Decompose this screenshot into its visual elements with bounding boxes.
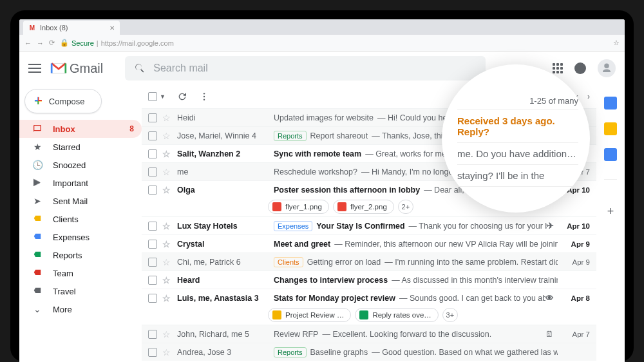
- calendar-addon-icon[interactable]: [604, 97, 617, 110]
- mail-sender: Andrea, Jose 3: [177, 348, 274, 357]
- star-icon[interactable]: ☆: [162, 293, 171, 303]
- mail-subject: Reschedule workshop?: [274, 167, 357, 176]
- reload-icon[interactable]: ⟳: [49, 39, 55, 47]
- notifications-icon[interactable]: [574, 62, 586, 74]
- star-icon[interactable]: ☆: [162, 221, 171, 231]
- tag-icon: [32, 214, 43, 224]
- star-icon[interactable]: ☆: [162, 149, 171, 159]
- star-icon[interactable]: ☆: [162, 167, 171, 177]
- sidebar-item-label: Starred: [53, 142, 80, 152]
- row-checkbox[interactable]: [148, 330, 157, 339]
- row-checkbox[interactable]: [148, 222, 157, 231]
- mail-row[interactable]: ☆Lux Stay HotelsExpenses Your Stay Is Co…: [142, 216, 596, 234]
- magnifier-line-3: staying? I'll be in the: [457, 164, 578, 187]
- sidebar-item-label: More: [53, 305, 72, 314]
- row-checkbox[interactable]: [148, 258, 157, 267]
- star-icon[interactable]: ☆: [162, 239, 171, 249]
- apps-icon[interactable]: [553, 63, 563, 73]
- clock-icon: 🕒: [32, 160, 43, 170]
- mail-row[interactable]: ☆Andrea, Jose 3Reports Baseline graphs —…: [142, 343, 596, 361]
- star-icon[interactable]: ☆: [162, 131, 171, 141]
- row-checkbox[interactable]: [148, 167, 157, 176]
- sidebar-item-reports[interactable]: Reports: [19, 246, 142, 264]
- sidebar-item-clients[interactable]: Clients: [19, 210, 142, 228]
- gmail-logo[interactable]: Gmail: [50, 61, 103, 76]
- select-all-checkbox[interactable]: ▼: [148, 92, 166, 101]
- menu-icon[interactable]: [28, 64, 41, 73]
- mail-subject: Meet and greet: [274, 240, 330, 249]
- star-icon[interactable]: ☆: [162, 347, 171, 357]
- attachment-chip[interactable]: Project Review …: [268, 308, 351, 322]
- star-icon[interactable]: ☆: [162, 257, 171, 267]
- mail-date: Apr 10: [558, 222, 590, 230]
- sidebar-item-label: Reports: [53, 251, 82, 260]
- search-input[interactable]: Search mail: [125, 56, 486, 81]
- file-icon: [359, 310, 368, 319]
- file-icon: [337, 202, 346, 211]
- account-avatar[interactable]: [598, 59, 616, 77]
- more-icon[interactable]: [199, 91, 209, 102]
- row-checkbox[interactable]: [148, 131, 157, 140]
- star-icon[interactable]: ☆: [162, 113, 171, 123]
- attachment-chip[interactable]: flyer_1.png: [268, 200, 329, 214]
- sidebar-item-important[interactable]: ⯈Important: [19, 174, 142, 192]
- bookmark-star-icon[interactable]: ☆: [613, 39, 620, 47]
- cal-icon: 🗓: [545, 330, 554, 339]
- star-icon[interactable]: ☆: [162, 329, 171, 339]
- sidebar-item-more[interactable]: ⌄More: [19, 300, 142, 318]
- sidebar-item-snoozed[interactable]: 🕒Snoozed: [19, 156, 142, 174]
- search-icon: [134, 62, 146, 74]
- sidebar-item-label: Important: [53, 178, 88, 188]
- attachment-more[interactable]: 3+: [442, 308, 458, 322]
- mail-row[interactable]: ☆Luis, me, Anastasia 3Stats for Monday p…: [142, 289, 596, 307]
- row-checkbox[interactable]: [148, 276, 157, 285]
- pager-next-icon[interactable]: ›: [587, 92, 590, 101]
- keep-addon-icon[interactable]: [604, 122, 617, 135]
- more-icon: ⌄: [32, 304, 43, 314]
- attachment-more[interactable]: 2+: [398, 200, 413, 214]
- close-tab-icon[interactable]: ✕: [109, 24, 115, 32]
- row-checkbox[interactable]: [148, 149, 157, 158]
- row-checkbox[interactable]: [148, 186, 157, 195]
- mail-sender: John, Richard, me 5: [177, 330, 274, 339]
- mail-sender: Luis, me, Anastasia 3: [177, 294, 274, 303]
- sidebar-item-travel[interactable]: Travel: [19, 282, 142, 300]
- magnifier-pager: 1-25 of many: [457, 91, 578, 110]
- row-checkbox[interactable]: [148, 113, 157, 122]
- add-addon-icon[interactable]: +: [607, 205, 614, 218]
- mail-row[interactable]: ☆HeardChanges to interview process — As …: [142, 271, 596, 289]
- mail-label: Reports: [274, 131, 307, 141]
- mail-row[interactable]: ☆John, Richard, me 5Review RFP — Excelle…: [142, 325, 596, 343]
- row-checkbox[interactable]: [148, 294, 157, 303]
- url-field[interactable]: 🔒 Secure | https://mail.google.com: [60, 39, 174, 47]
- mail-sender: Olga: [177, 186, 274, 195]
- browser-addressbar: ← → ⟳ 🔒 Secure | https://mail.google.com…: [19, 35, 625, 52]
- sidebar-item-expenses[interactable]: Expenses: [19, 228, 142, 246]
- mail-snippet: — Sounds good. I can get back to you abo…: [399, 294, 545, 303]
- compose-button[interactable]: + Compose: [24, 89, 102, 113]
- row-checkbox[interactable]: [148, 348, 157, 357]
- row-checkbox[interactable]: [148, 240, 157, 249]
- sidebar-item-sent-mail[interactable]: ➤Sent Mail: [19, 192, 142, 210]
- sidebar-item-inbox[interactable]: Inbox8: [19, 120, 142, 138]
- side-rail: +: [596, 85, 625, 362]
- star-icon[interactable]: ☆: [162, 275, 171, 285]
- sidebar-item-team[interactable]: Team: [19, 264, 142, 282]
- mail-date: Apr 9: [558, 258, 590, 266]
- attachment-chip[interactable]: flyer_2.png: [333, 200, 394, 214]
- browser-tab[interactable]: M Inbox (8) ✕: [23, 21, 120, 35]
- forward-icon[interactable]: →: [37, 39, 44, 47]
- mail-row[interactable]: ☆CrystalMeet and greet — Reminder, this …: [142, 234, 596, 252]
- tag-icon: [32, 232, 43, 242]
- attachment-chip[interactable]: Reply rates ove…: [355, 308, 438, 322]
- sidebar-item-starred[interactable]: ★Starred: [19, 138, 142, 156]
- secure-label: Secure: [71, 39, 94, 47]
- star-icon[interactable]: ☆: [162, 185, 171, 195]
- refresh-icon[interactable]: [177, 91, 187, 102]
- gmail-favicon: M: [28, 24, 36, 32]
- mail-row[interactable]: ☆Chi, me, Patrick 6Clients Getting error…: [142, 252, 596, 271]
- back-icon[interactable]: ←: [24, 39, 32, 47]
- attachment-row: Project Review …Reply rates ove…3+: [142, 307, 596, 325]
- tag-icon: [32, 250, 43, 260]
- tasks-addon-icon[interactable]: [604, 148, 617, 161]
